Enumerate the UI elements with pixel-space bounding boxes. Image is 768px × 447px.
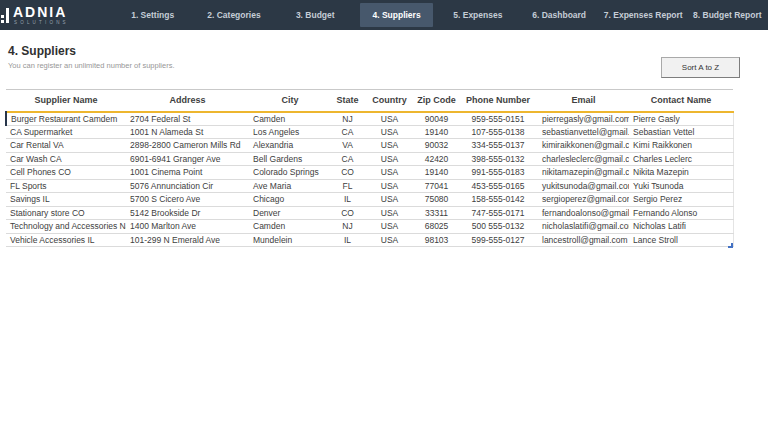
cell-email[interactable]: yukitsunoda@gmail.com xyxy=(538,179,629,193)
cell-state[interactable]: CA xyxy=(331,125,364,139)
nav-tab-dashboard[interactable]: 6. Dashboard xyxy=(522,3,595,27)
cell-zip-code[interactable]: 98103 xyxy=(415,233,458,247)
sort-a-to-z-button[interactable]: Sort A to Z xyxy=(661,57,740,78)
cell-supplier-name[interactable]: CA Supermarket xyxy=(6,125,126,139)
cell-supplier-name[interactable]: Technology and Accessories NJ xyxy=(6,220,126,234)
cell-address[interactable]: 5076 Annunciation Cir xyxy=(126,179,249,193)
cell-supplier-name[interactable]: Burger Restaurant Camdem xyxy=(6,112,126,126)
column-header-contact-name[interactable]: Contact Name xyxy=(629,90,733,112)
cell-city[interactable]: Colorado Springs xyxy=(249,166,331,180)
cell-email[interactable]: charlesleclerc@gmail.com xyxy=(538,152,629,166)
cell-address[interactable]: 1001 Cinema Point xyxy=(126,166,249,180)
cell-email[interactable]: sebastianvettel@gmail.com xyxy=(538,125,629,139)
column-header-city[interactable]: City xyxy=(249,90,331,112)
cell-email[interactable]: fernandoalonso@gmail.com xyxy=(538,206,629,220)
cell-city[interactable]: Chicago xyxy=(249,193,331,207)
cell-address[interactable]: 5700 S Cicero Ave xyxy=(126,193,249,207)
cell-phone-number[interactable]: 453-555-0165 xyxy=(458,179,538,193)
cell-state[interactable]: IL xyxy=(331,233,364,247)
cell-zip-code[interactable]: 19140 xyxy=(415,125,458,139)
cell-state[interactable]: CA xyxy=(331,152,364,166)
cell-address[interactable]: 101-299 N Emerald Ave xyxy=(126,233,249,247)
cell-address[interactable]: 6901-6941 Granger Ave xyxy=(126,152,249,166)
cell-email[interactable]: nicholaslatifi@gmail.com xyxy=(538,220,629,234)
cell-contact-name[interactable]: Fernando Alonso xyxy=(629,206,733,220)
cell-state[interactable]: CO xyxy=(331,206,364,220)
cell-contact-name[interactable]: Sebastian Vettel xyxy=(629,125,733,139)
cell-phone-number[interactable]: 334-555-0137 xyxy=(458,139,538,153)
nav-tab-suppliers[interactable]: 4. Suppliers xyxy=(360,3,433,27)
nav-tab-budget[interactable]: 3. Budget xyxy=(279,3,352,27)
cell-phone-number[interactable]: 959-555-0151 xyxy=(458,112,538,126)
cell-state[interactable]: VA xyxy=(331,139,364,153)
column-header-phone-number[interactable]: Phone Number xyxy=(458,90,538,112)
cell-phone-number[interactable]: 991-555-0183 xyxy=(458,166,538,180)
cell-state[interactable]: NJ xyxy=(331,220,364,234)
cell-address[interactable]: 1400 Marlton Ave xyxy=(126,220,249,234)
cell-phone-number[interactable]: 500 555-0132 xyxy=(458,220,538,234)
cell-supplier-name[interactable]: Vehicle Accessories IL xyxy=(6,233,126,247)
cell-zip-code[interactable]: 90049 xyxy=(415,112,458,126)
nav-tab-expenses[interactable]: 5. Expenses xyxy=(441,3,514,27)
cell-supplier-name[interactable]: Cell Phones CO xyxy=(6,166,126,180)
cell-country[interactable]: USA xyxy=(364,179,415,193)
nav-tab-categories[interactable]: 2. Categories xyxy=(197,3,270,27)
cell-email[interactable]: lancestroll@gmail.com xyxy=(538,233,629,247)
cell-email[interactable]: sergioperez@gmail.com xyxy=(538,193,629,207)
cell-zip-code[interactable]: 68025 xyxy=(415,220,458,234)
cell-supplier-name[interactable]: Car Rental VA xyxy=(6,139,126,153)
nav-tab-settings[interactable]: 1. Settings xyxy=(116,3,189,27)
cell-city[interactable]: Los Angeles xyxy=(249,125,331,139)
nav-tab-budget-report[interactable]: 8. Budget Report xyxy=(691,3,764,27)
cell-state[interactable]: NJ xyxy=(331,112,364,126)
cell-city[interactable]: Alexandria xyxy=(249,139,331,153)
cell-contact-name[interactable]: Sergio Perez xyxy=(629,193,733,207)
cell-phone-number[interactable]: 398-555-0132 xyxy=(458,152,538,166)
nav-tab-expenses-report[interactable]: 7. Expenses Report xyxy=(604,3,683,27)
cell-address[interactable]: 2898-2800 Cameron Mills Rd xyxy=(126,139,249,153)
cell-zip-code[interactable]: 19140 xyxy=(415,166,458,180)
column-header-zip-code[interactable]: Zip Code xyxy=(415,90,458,112)
cell-country[interactable]: USA xyxy=(364,220,415,234)
cell-email[interactable]: pierregasly@gmail.com xyxy=(538,112,629,126)
cell-city[interactable]: Ave Maria xyxy=(249,179,331,193)
cell-city[interactable]: Mundelein xyxy=(249,233,331,247)
cell-city[interactable]: Bell Gardens xyxy=(249,152,331,166)
cell-phone-number[interactable]: 107-555-0138 xyxy=(458,125,538,139)
cell-phone-number[interactable]: 599-555-0127 xyxy=(458,233,538,247)
cell-state[interactable]: FL xyxy=(331,179,364,193)
column-header-address[interactable]: Address xyxy=(126,90,249,112)
column-header-email[interactable]: Email xyxy=(538,90,629,112)
cell-contact-name[interactable]: Lance Stroll xyxy=(629,233,733,247)
cell-state[interactable]: CO xyxy=(331,166,364,180)
cell-contact-name[interactable]: Yuki Tsunoda xyxy=(629,179,733,193)
cell-supplier-name[interactable]: FL Sports xyxy=(6,179,126,193)
cell-contact-name[interactable]: Pierre Gasly xyxy=(629,112,733,126)
cell-email[interactable]: nikitamazepin@gmail.com xyxy=(538,166,629,180)
cell-contact-name[interactable]: Charles Leclerc xyxy=(629,152,733,166)
cell-country[interactable]: USA xyxy=(364,193,415,207)
cell-state[interactable]: IL xyxy=(331,193,364,207)
cell-contact-name[interactable]: Nicholas Latifi xyxy=(629,220,733,234)
cell-city[interactable]: Camden xyxy=(249,220,331,234)
cell-country[interactable]: USA xyxy=(364,233,415,247)
cell-city[interactable]: Camden xyxy=(249,112,331,126)
cell-country[interactable]: USA xyxy=(364,152,415,166)
table-resize-handle[interactable] xyxy=(728,243,733,248)
cell-zip-code[interactable]: 75080 xyxy=(415,193,458,207)
column-header-supplier-name[interactable]: Supplier Name xyxy=(6,90,126,112)
cell-country[interactable]: USA xyxy=(364,166,415,180)
cell-phone-number[interactable]: 747-555-0171 xyxy=(458,206,538,220)
cell-address[interactable]: 2704 Federal St xyxy=(126,112,249,126)
cell-country[interactable]: USA xyxy=(364,139,415,153)
cell-address[interactable]: 5142 Brookside Dr xyxy=(126,206,249,220)
cell-zip-code[interactable]: 33311 xyxy=(415,206,458,220)
cell-supplier-name[interactable]: Savings IL xyxy=(6,193,126,207)
cell-email[interactable]: kimiraikkonen@gmail.com xyxy=(538,139,629,153)
column-header-country[interactable]: Country xyxy=(364,90,415,112)
cell-city[interactable]: Denver xyxy=(249,206,331,220)
cell-zip-code[interactable]: 42420 xyxy=(415,152,458,166)
cell-country[interactable]: USA xyxy=(364,206,415,220)
cell-country[interactable]: USA xyxy=(364,125,415,139)
cell-supplier-name[interactable]: Stationary store CO xyxy=(6,206,126,220)
